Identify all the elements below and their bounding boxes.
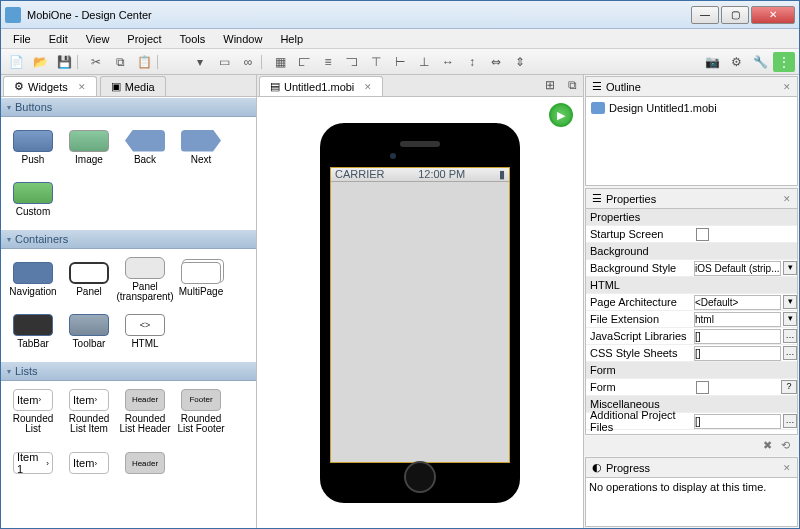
design-canvas[interactable]: ▶ CARRIER 12:00 PM ▮ <box>257 97 583 528</box>
same-width-icon[interactable]: ⇔ <box>485 52 507 72</box>
pagearch-select[interactable] <box>694 295 781 310</box>
dropdown-icon[interactable]: ▾ <box>783 261 797 275</box>
prop-css-label: CSS Style Sheets <box>586 347 694 359</box>
section-containers[interactable]: Containers <box>1 229 256 249</box>
dist-v-icon[interactable]: ↕ <box>461 52 483 72</box>
tab-more-icon[interactable]: ⧉ <box>561 75 583 95</box>
media-icon: ▣ <box>111 80 121 93</box>
content-area: ⚙ Widgets ✕ ▣ Media Buttons Push Image B… <box>1 75 799 528</box>
align-middle-icon[interactable]: ⊢ <box>389 52 411 72</box>
align-center-icon[interactable]: ≡ <box>317 52 339 72</box>
widget-toolbar[interactable]: Toolbar <box>61 305 117 357</box>
close-icon[interactable]: ✕ <box>783 82 791 92</box>
browse-button[interactable]: … <box>783 346 797 360</box>
menu-window[interactable]: Window <box>215 31 270 47</box>
widget-rounded-list-footer[interactable]: FooterRounded List Footer <box>173 385 229 437</box>
play-button[interactable]: ▶ <box>549 103 573 127</box>
widget-tabbar[interactable]: TabBar <box>5 305 61 357</box>
camera-icon[interactable]: 📷 <box>701 52 723 72</box>
wrench-icon[interactable]: 🔧 <box>749 52 771 72</box>
cut-icon[interactable]: ✂ <box>85 52 107 72</box>
copy-icon[interactable]: ⧉ <box>109 52 131 72</box>
same-height-icon[interactable]: ⇕ <box>509 52 531 72</box>
align-bottom-icon[interactable]: ⊥ <box>413 52 435 72</box>
widget-custom[interactable]: Custom <box>5 173 61 225</box>
close-icon[interactable]: ✕ <box>78 82 86 92</box>
widget-image[interactable]: Image <box>61 121 117 173</box>
phone-screen[interactable]: CARRIER 12:00 PM ▮ <box>330 167 510 463</box>
browse-button[interactable]: … <box>783 329 797 343</box>
left-tabs: ⚙ Widgets ✕ ▣ Media <box>1 75 256 97</box>
jslibs-input[interactable] <box>694 329 781 344</box>
widgets-scroll[interactable]: Buttons Push Image Back Next Custom Cont… <box>1 97 256 528</box>
dropdown-icon[interactable]: ▾ <box>189 52 211 72</box>
grid-icon[interactable]: ▦ <box>269 52 291 72</box>
widget-push[interactable]: Push <box>5 121 61 173</box>
dropdown-icon[interactable]: ▾ <box>783 312 797 326</box>
editor-tabs: ▤ Untitled1.mobi ✕ ⊞ ⧉ <box>257 75 583 97</box>
tab-add-icon[interactable]: ⊞ <box>539 75 561 95</box>
menu-view[interactable]: View <box>78 31 118 47</box>
align-right-icon[interactable]: ⫎ <box>341 52 363 72</box>
widget-panel-transparent[interactable]: Panel (transparent) <box>117 253 173 305</box>
open-icon[interactable]: 📂 <box>29 52 51 72</box>
widget-panel[interactable]: Panel <box>61 253 117 305</box>
fileext-select[interactable] <box>694 312 781 327</box>
close-icon[interactable]: ✕ <box>364 82 372 92</box>
right-panel: ☰ Outline ✕ Design Untitled1.mobi ☰ Prop… <box>583 75 799 528</box>
clear-icon[interactable]: ⟲ <box>781 439 795 453</box>
widget-list-header2[interactable]: Header <box>117 437 173 489</box>
separator <box>261 54 267 70</box>
widget-multipage[interactable]: MultiPage <box>173 253 229 305</box>
dropdown-icon[interactable]: ▾ <box>783 295 797 309</box>
bgstyle-select[interactable] <box>694 261 781 276</box>
widget-list-row[interactable]: Item 1 › <box>5 437 61 489</box>
widget-rounded-list-header[interactable]: HeaderRounded List Header <box>117 385 173 437</box>
cancel-icon[interactable]: ✖ <box>763 439 777 453</box>
css-input[interactable] <box>694 346 781 361</box>
menu-tools[interactable]: Tools <box>172 31 214 47</box>
paste-icon[interactable]: 📋 <box>133 52 155 72</box>
close-icon[interactable]: ✕ <box>783 194 791 204</box>
close-button[interactable]: ✕ <box>751 6 795 24</box>
section-lists[interactable]: Lists <box>1 361 256 381</box>
apple-icon[interactable] <box>165 52 187 72</box>
maximize-button[interactable]: ▢ <box>721 6 749 24</box>
tab-widgets[interactable]: ⚙ Widgets ✕ <box>3 76 97 96</box>
widget-back[interactable]: Back <box>117 121 173 173</box>
section-buttons[interactable]: Buttons <box>1 97 256 117</box>
outline-item[interactable]: Design Untitled1.mobi <box>589 100 794 116</box>
dist-h-icon[interactable]: ↔ <box>437 52 459 72</box>
widget-rounded-list[interactable]: Item ›Rounded List <box>5 385 61 437</box>
form-checkbox[interactable] <box>696 381 709 394</box>
menu-edit[interactable]: Edit <box>41 31 76 47</box>
link-icon[interactable]: ∞ <box>237 52 259 72</box>
prop-form-label: Form <box>586 381 694 393</box>
tab-media[interactable]: ▣ Media <box>100 76 166 96</box>
menu-project[interactable]: Project <box>119 31 169 47</box>
file-icon: ▤ <box>270 80 280 93</box>
widget-next[interactable]: Next <box>173 121 229 173</box>
new-icon[interactable]: 📄 <box>5 52 27 72</box>
editor-tab[interactable]: ▤ Untitled1.mobi ✕ <box>259 76 383 96</box>
outline-title: Outline <box>606 81 779 93</box>
device-icon[interactable]: ▭ <box>213 52 235 72</box>
propgroup-form: Form <box>586 364 694 376</box>
startup-checkbox[interactable] <box>696 228 709 241</box>
save-icon[interactable]: 💾 <box>53 52 75 72</box>
widget-navigation[interactable]: Navigation <box>5 253 61 305</box>
minimize-button[interactable]: — <box>691 6 719 24</box>
help-button[interactable]: ? <box>781 380 797 394</box>
gear-icon[interactable]: ⚙ <box>725 52 747 72</box>
menu-file[interactable]: File <box>5 31 39 47</box>
align-top-icon[interactable]: ⊤ <box>365 52 387 72</box>
widget-list-row2[interactable]: Item › <box>61 437 117 489</box>
menu-help[interactable]: Help <box>272 31 311 47</box>
close-icon[interactable]: ✕ <box>783 463 791 473</box>
align-left-icon[interactable]: ⫍ <box>293 52 315 72</box>
browse-button[interactable]: … <box>783 414 797 428</box>
wifi-icon[interactable]: ⋮ <box>773 52 795 72</box>
addfiles-input[interactable] <box>694 414 781 429</box>
widget-html[interactable]: <>HTML <box>117 305 173 357</box>
widget-rounded-list-item[interactable]: Item ›Rounded List Item <box>61 385 117 437</box>
